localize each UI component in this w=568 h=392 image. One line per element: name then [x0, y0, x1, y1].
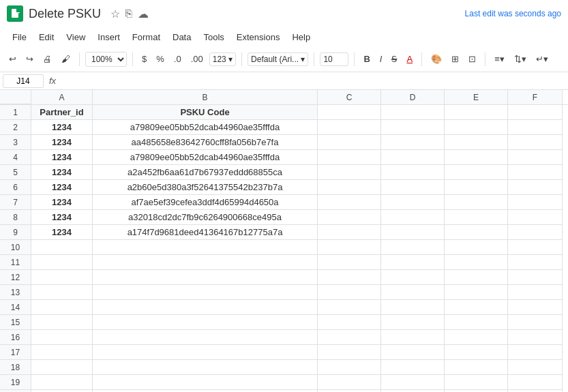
- cell-d-13[interactable]: [381, 285, 445, 300]
- row-header-14[interactable]: 14: [0, 300, 31, 315]
- col-header-f[interactable]: F: [508, 90, 563, 104]
- cell-c-1[interactable]: [318, 105, 381, 120]
- cell-f-9[interactable]: [508, 225, 563, 240]
- row-header-9[interactable]: 9: [0, 225, 31, 240]
- cell-c-19[interactable]: [318, 375, 381, 390]
- cell-b-6[interactable]: a2b60e5d380a3f52641375542b237b7a: [93, 180, 318, 195]
- cell-f-17[interactable]: [508, 345, 563, 360]
- cell-c-5[interactable]: [318, 165, 381, 180]
- col-header-e[interactable]: E: [445, 90, 508, 104]
- cell-a-5[interactable]: 1234: [31, 165, 93, 180]
- cell-a-2[interactable]: 1234: [31, 120, 93, 135]
- cell-e-6[interactable]: [445, 180, 508, 195]
- cell-f-7[interactable]: [508, 195, 563, 210]
- currency-button[interactable]: $: [138, 52, 150, 66]
- row-header-15[interactable]: 15: [0, 315, 31, 330]
- cell-e-17[interactable]: [445, 345, 508, 360]
- cell-d-5[interactable]: [381, 165, 445, 180]
- row-header-7[interactable]: 7: [0, 195, 31, 210]
- cell-f-6[interactable]: [508, 180, 563, 195]
- menu-insert[interactable]: Insert: [92, 30, 125, 44]
- menu-view[interactable]: View: [61, 30, 91, 44]
- cell-e-19[interactable]: [445, 375, 508, 390]
- cell-c-12[interactable]: [318, 270, 381, 285]
- cell-d-16[interactable]: [381, 330, 445, 345]
- row-header-1[interactable]: 1: [0, 105, 31, 120]
- cell-c-11[interactable]: [318, 255, 381, 270]
- cell-f-16[interactable]: [508, 330, 563, 345]
- cell-d-8[interactable]: [381, 210, 445, 225]
- col-header-c[interactable]: C: [318, 90, 381, 104]
- row-header-3[interactable]: 3: [0, 135, 31, 150]
- cell-d-1[interactable]: [381, 105, 445, 120]
- cell-b-8[interactable]: a32018cd2dc7fb9c6264900668ce495a: [93, 210, 318, 225]
- cell-d-17[interactable]: [381, 345, 445, 360]
- cell-f-8[interactable]: [508, 210, 563, 225]
- align-button[interactable]: ≡▾: [491, 52, 508, 66]
- cell-f-3[interactable]: [508, 135, 563, 150]
- cell-b-3[interactable]: aa485658e83642760cff8fa056b7e7fa: [93, 135, 318, 150]
- cell-a-19[interactable]: [31, 375, 93, 390]
- cell-f-2[interactable]: [508, 120, 563, 135]
- bold-button[interactable]: B: [360, 52, 373, 66]
- cell-f-10[interactable]: [508, 240, 563, 255]
- undo-button[interactable]: ↩: [5, 52, 20, 66]
- row-header-17[interactable]: 17: [0, 345, 31, 360]
- cell-b-14[interactable]: [93, 300, 318, 315]
- strikethrough-button[interactable]: S̶: [388, 52, 400, 66]
- row-header-13[interactable]: 13: [0, 285, 31, 300]
- cell-a-4[interactable]: 1234: [31, 150, 93, 165]
- cell-e-8[interactable]: [445, 210, 508, 225]
- print-button[interactable]: 🖨: [40, 52, 55, 66]
- cell-e-5[interactable]: [445, 165, 508, 180]
- cell-a-7[interactable]: 1234: [31, 195, 93, 210]
- menu-help[interactable]: Help: [286, 30, 316, 44]
- cell-e-12[interactable]: [445, 270, 508, 285]
- cell-b-13[interactable]: [93, 285, 318, 300]
- menu-format[interactable]: Format: [127, 30, 166, 44]
- cell-d-19[interactable]: [381, 375, 445, 390]
- cell-e-2[interactable]: [445, 120, 508, 135]
- formula-input[interactable]: [61, 74, 565, 87]
- cell-b-4[interactable]: a79809ee05bb52dcab44960ae35fffda: [93, 150, 318, 165]
- cell-d-2[interactable]: [381, 120, 445, 135]
- cell-d-18[interactable]: [381, 360, 445, 375]
- cell-c-17[interactable]: [318, 345, 381, 360]
- cell-e-16[interactable]: [445, 330, 508, 345]
- menu-tools[interactable]: Tools: [198, 30, 229, 44]
- cell-c-6[interactable]: [318, 180, 381, 195]
- cell-f-19[interactable]: [508, 375, 563, 390]
- cell-a-17[interactable]: [31, 345, 93, 360]
- cell-c-13[interactable]: [318, 285, 381, 300]
- cell-d-15[interactable]: [381, 315, 445, 330]
- row-header-12[interactable]: 12: [0, 270, 31, 285]
- cell-d-11[interactable]: [381, 255, 445, 270]
- cell-a-13[interactable]: [31, 285, 93, 300]
- cell-e-1[interactable]: [445, 105, 508, 120]
- cell-a-1[interactable]: Partner_id: [31, 105, 93, 120]
- cell-d-7[interactable]: [381, 195, 445, 210]
- merge-button[interactable]: ⊡: [465, 52, 479, 66]
- cell-b-17[interactable]: [93, 345, 318, 360]
- last-edit-text[interactable]: Last edit was seconds ago: [465, 9, 561, 18]
- cell-e-14[interactable]: [445, 300, 508, 315]
- cell-a-18[interactable]: [31, 360, 93, 375]
- cell-b-18[interactable]: [93, 360, 318, 375]
- cell-f-18[interactable]: [508, 360, 563, 375]
- cell-b-16[interactable]: [93, 330, 318, 345]
- row-header-10[interactable]: 10: [0, 240, 31, 255]
- cell-c-2[interactable]: [318, 120, 381, 135]
- row-header-18[interactable]: 18: [0, 360, 31, 375]
- cell-b-12[interactable]: [93, 270, 318, 285]
- percent-button[interactable]: %: [153, 52, 168, 66]
- font-size-input[interactable]: [320, 52, 348, 66]
- row-header-2[interactable]: 2: [0, 120, 31, 135]
- cell-a-12[interactable]: [31, 270, 93, 285]
- cell-d-12[interactable]: [381, 270, 445, 285]
- star-icon[interactable]: ☆: [110, 7, 120, 20]
- cell-e-10[interactable]: [445, 240, 508, 255]
- font-family-dropdown[interactable]: Default (Ari... ▾: [248, 52, 308, 66]
- cell-e-7[interactable]: [445, 195, 508, 210]
- cell-e-4[interactable]: [445, 150, 508, 165]
- cell-f-12[interactable]: [508, 270, 563, 285]
